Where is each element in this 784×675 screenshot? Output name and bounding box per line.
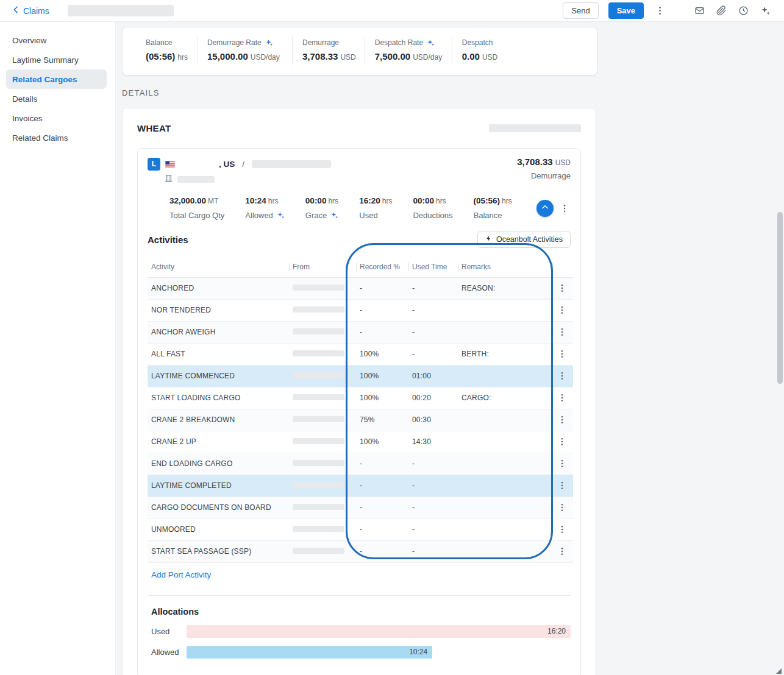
paperclip-icon (716, 5, 727, 16)
kebab-icon (655, 5, 665, 16)
recorded-cell: - (356, 540, 408, 562)
table-row-laytime-completed[interactable]: LAYTIME COMPLETED - - (148, 475, 573, 497)
kebab-icon (557, 546, 567, 556)
allowed-bar-value: 10:24 (409, 648, 427, 656)
redacted-from-value (293, 482, 344, 488)
from-cell (289, 387, 356, 409)
stat-label: Balance (146, 38, 172, 47)
row-menu-button[interactable] (556, 348, 568, 360)
row-menu-button[interactable] (556, 479, 568, 492)
from-cell (289, 518, 356, 540)
row-menu-button[interactable] (556, 392, 568, 404)
ai-sparkle-icon[interactable] (265, 39, 273, 47)
row-menu-button[interactable] (556, 282, 568, 294)
ai-assistant-button[interactable] (759, 4, 772, 17)
table-row-unmoored[interactable]: UNMOORED - - (148, 518, 573, 540)
table-row-all-fast[interactable]: ALL FAST 100% - BERTH: (148, 343, 573, 365)
ai-sparkle-icon[interactable] (427, 39, 435, 47)
table-row-start-loading-cargo[interactable]: START LOADING CARGO 100% 00:20 CARGO: (148, 387, 573, 409)
add-port-activity-link[interactable]: Add Port Activity (151, 570, 211, 579)
collapse-button[interactable] (536, 200, 554, 217)
details-section-label: DETAILS (122, 88, 784, 97)
kebab-icon (560, 203, 569, 213)
row-menu-button[interactable] (556, 370, 568, 382)
activity-cell: CARGO DOCUMENTS ON BOARD (148, 497, 289, 518)
used-time-cell: - (408, 475, 458, 497)
kebab-icon (557, 283, 567, 293)
port-stat-label: Allowed (245, 211, 273, 220)
row-menu-button[interactable] (556, 326, 568, 338)
activities-table: Activity From Recorded % Used Time Remar… (148, 256, 573, 563)
email-button[interactable] (693, 4, 706, 17)
allowed-bar: 10:24 (187, 646, 432, 659)
row-menu-button[interactable] (556, 414, 568, 426)
table-row-cargo-documents-on-board[interactable]: CARGO DOCUMENTS ON BOARD - - (148, 497, 573, 518)
row-menu-button[interactable] (556, 304, 568, 316)
used-bar-label: Used (148, 627, 187, 636)
sidebar-item-invoices[interactable]: Invoices (0, 108, 107, 128)
table-row-anchored[interactable]: ANCHORED - - REASON: (148, 277, 573, 299)
main-content: Balance (05:56)hrs Demurrage Rate 15,000… (116, 22, 784, 675)
activities-title: Activities (148, 235, 188, 245)
us-flag-icon (165, 161, 175, 168)
sidebar-item-laytime-summary[interactable]: Laytime Summary (0, 50, 107, 69)
table-row-crane-2-up[interactable]: CRANE 2 UP 100% 14:30 (148, 431, 573, 453)
table-row-start-sea-passage[interactable]: START SEA PASSAGE (SSP) - - (148, 540, 573, 562)
stat-unit: USD/day (413, 53, 442, 62)
port-stat-label: Grace (305, 211, 327, 220)
activity-cell: END LOADING CARGO (148, 453, 289, 475)
sidebar-item-related-claims[interactable]: Related Claims (0, 128, 107, 147)
remarks-cell (458, 453, 552, 475)
stat-value: (05:56) (146, 51, 175, 62)
kebab-icon (557, 349, 567, 359)
redacted-reference (489, 124, 581, 132)
table-row-crane-2-breakdown[interactable]: CRANE 2 BREAKDOWN 75% 00:30 (148, 409, 573, 431)
recorded-cell: 100% (356, 343, 408, 365)
recorded-cell: - (356, 453, 408, 475)
from-cell (289, 365, 356, 387)
ai-sparkle-icon[interactable] (330, 211, 338, 219)
row-menu-button[interactable] (556, 545, 568, 557)
stat-value: 0.00 (462, 51, 480, 62)
sidebar-item-related-cargoes[interactable]: Related Cargoes (6, 69, 107, 89)
history-button[interactable] (737, 4, 750, 17)
activity-cell: LAYTIME COMMENCED (148, 365, 289, 387)
table-row-nor-tendered[interactable]: NOR TENDERED - - (148, 299, 573, 321)
oceanbolt-activities-button[interactable]: Oceanbolt Activities (477, 231, 571, 248)
table-row-anchor-aweigh[interactable]: ANCHOR AWEIGH - - (148, 321, 573, 343)
save-button[interactable]: Save (608, 2, 644, 19)
stat-unit: USD (340, 53, 355, 62)
remarks-cell: REASON: (458, 277, 552, 299)
port-stat-unit: hrs (502, 197, 512, 205)
claims-breadcrumb-label[interactable]: Claims (23, 6, 49, 16)
row-menu-button[interactable] (556, 501, 568, 514)
recorded-cell: - (356, 475, 408, 497)
port-stat-label: Used (359, 211, 377, 220)
stat-value: 7,500.00 (375, 51, 410, 62)
row-menu-button[interactable] (556, 436, 568, 448)
attachment-button[interactable] (715, 4, 728, 17)
activity-cell: ANCHOR AWEIGH (148, 321, 289, 343)
column-header-remarks: Remarks (458, 256, 552, 277)
send-button[interactable]: Send (563, 2, 598, 19)
row-menu-button[interactable] (556, 458, 568, 470)
recorded-cell: 100% (356, 365, 408, 387)
scrollbar-thumb[interactable] (777, 212, 783, 384)
port-menu-button[interactable] (558, 202, 571, 214)
recorded-cell: 100% (356, 431, 408, 453)
back-button[interactable]: Claims (11, 5, 49, 16)
topbar-menu-button[interactable] (654, 4, 666, 17)
stat-label: Despatch Rate (375, 38, 423, 47)
kebab-icon (557, 327, 567, 337)
remarks-cell (458, 540, 552, 562)
sparkles-icon (760, 5, 771, 16)
sidebar-item-details[interactable]: Details (0, 89, 107, 108)
ai-sparkle-icon[interactable] (277, 211, 285, 219)
table-row-laytime-commenced[interactable]: LAYTIME COMMENCED 100% 01:00 (148, 365, 573, 387)
remarks-cell (458, 299, 552, 321)
row-menu-button[interactable] (556, 523, 568, 535)
from-cell (289, 343, 356, 365)
sidebar-item-overview[interactable]: Overview (0, 30, 107, 50)
stat-unit: USD/day (251, 53, 280, 62)
table-row-end-loading-cargo[interactable]: END LOADING CARGO - - (148, 453, 573, 475)
